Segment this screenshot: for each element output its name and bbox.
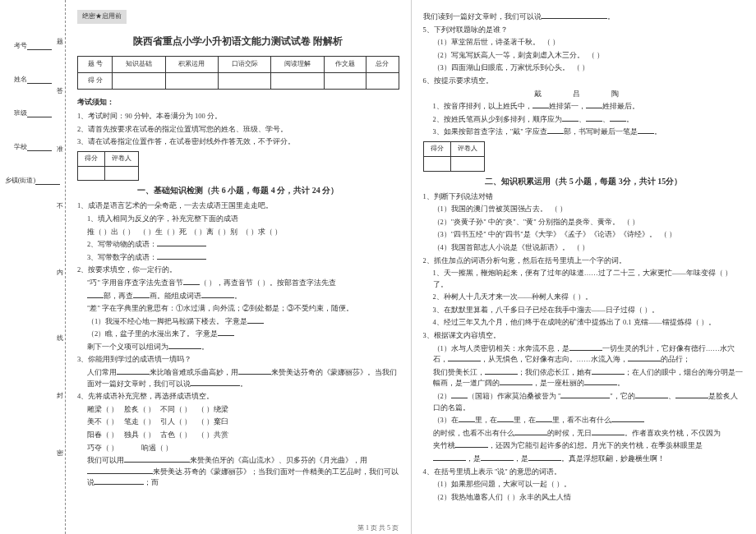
r2-2: 2、种树人十几天才来一次——种树人来得（ ）。 bbox=[423, 292, 745, 303]
section1-score-box: 得分评卷人 bbox=[77, 151, 139, 182]
secrecy-mark: 绝密★启用前 bbox=[77, 10, 127, 24]
q4-row0: 雕梁（ ） 脍炙（ ） 不同（ ） （ ）绕梁 bbox=[77, 404, 399, 416]
r1-1: （1）我国的澳门曾被英国强占去。（ ） bbox=[423, 204, 745, 215]
section1-title: 一、基础知识检测（共 6 小题，每题 4 分，共计 24 分） bbox=[77, 184, 399, 197]
q1-s2: 2、写带动物的成语： bbox=[77, 239, 399, 251]
q4-stem: 4、先将成语补充完整，再选择成语填空。 bbox=[77, 391, 399, 403]
r3-4: （3）在里，在里，在里，看不出有什么 bbox=[423, 415, 745, 426]
r1-2: （2）"炎黄子孙" 中的"炎"、"黄" 分别指的是炎帝、黄帝。（ ） bbox=[423, 217, 745, 228]
exam-title: 陕西省重点小学小升初语文能力测试试卷 附解析 bbox=[77, 34, 399, 49]
margin-field-exam-no: 考号 bbox=[2, 41, 62, 50]
r3-5: 的时候，也看不出有什么的时候，无日。作者喜欢夹竹桃，不仅因为 bbox=[423, 428, 745, 440]
score-h-3: 口语交际 bbox=[218, 56, 270, 72]
q5-stem: 5、下列对联题咏的是谁？ bbox=[423, 25, 745, 36]
q6-stem: 6、按提示要求填空。 bbox=[423, 76, 745, 87]
q4-row2: 阳春（ ） 独具（ ） 古色（ ） （ ）共赏 bbox=[77, 430, 399, 441]
r3-2: 我们赞美长江，；我们依恋长江，她有；在人们的眼中，烟台的海分明是一幅画，是一道广… bbox=[423, 367, 745, 389]
q2-sub1: （1）我漫不经心地一脚把马鞍踢下楼去。 字意是 bbox=[77, 316, 399, 328]
r1-3: （3）"四书五经" 中的"四书"是《大学》《孟子》《论语》《诗经》。（ ） bbox=[423, 229, 745, 241]
q3-stem: 3、你能用到学过的成语填一填吗？ bbox=[77, 354, 399, 366]
page-footer: 第 1 页 共 5 页 bbox=[0, 523, 756, 532]
q1-s1-items: 推（ ）出（ ） （ ）生（ ）死 （ ）离（ ）别 （ ）求（ ） bbox=[77, 227, 399, 238]
r2-3: 3、在默默里算着，八千多日子已经在我手中溜去——日子过得（ ）。 bbox=[423, 305, 745, 316]
notice-3: 3、请在试卷指定位置作答，在试卷密封线外作答无效，不予评分。 bbox=[77, 136, 399, 148]
score-row-label: 得 分 bbox=[78, 72, 113, 89]
notice-heading: 考试须知： bbox=[77, 96, 399, 108]
q2-sub3: 剩下一个义项可以组词为。 bbox=[77, 342, 399, 353]
q6-2: 2、按姓氏笔画从少到多排列，顺序应为、、。 bbox=[423, 114, 745, 126]
score-h-5: 作文题 bbox=[324, 56, 366, 72]
q4-row3: 巧夺（ ） 响遏（ ） bbox=[77, 443, 399, 454]
q5-2: （2）写鬼写妖高人一等，刺贪刺虐入木三分。（ ） bbox=[423, 50, 745, 62]
section2-title: 二、知识积累运用（共 5 小题，每题 3分，共计 15分） bbox=[423, 175, 745, 188]
q3-body: 人们常用来比喻音难或乐曲高妙，用来赞美达芬奇的《蒙娜丽莎》。当我们面对一篇好文章… bbox=[77, 367, 399, 389]
q6-1: 1、按音序排列，以上姓氏中，姓排第一，姓排最后。 bbox=[423, 101, 745, 113]
score-h-6: 总分 bbox=[366, 56, 399, 72]
margin-field-name: 姓名 bbox=[2, 75, 62, 84]
r2-stem: 2、抓住加点的词语分析句意，然后在括号里填上一个字的词。 bbox=[423, 255, 745, 267]
q1-s1: 1、填入相同为反义的字，补充完整下面的成语 bbox=[77, 214, 399, 225]
left-column: 绝密★启用前 陕西省重点小学小升初语文能力测试试卷 附解析 题 号 知识基础 积… bbox=[66, 0, 412, 534]
notice-1: 1、考试时间：90 分钟。本卷满分为 100 分。 bbox=[77, 111, 399, 122]
r3-1: （1）水与人类密切相关：水奔流不息，是一切生灵的乳汁，它好像有德行……水穴石，，… bbox=[423, 343, 745, 366]
right-column: 我们读到一篇好文章时，我们可以说。 5、下列对联题咏的是谁？ （1）草堂留后世，… bbox=[412, 0, 757, 534]
q1-stem: 1、成语是语言艺术的一朵奇葩，一去去成语王国里走走吧。 bbox=[77, 200, 399, 212]
notice-2: 2、请首先按要求在试卷的指定位置填写您的姓名、班级、学号。 bbox=[77, 124, 399, 136]
q6-names: 戴 吕 陶 bbox=[423, 89, 745, 100]
q4-tail: 我们可以用来赞美伯牙的《高山流水》、贝多芬的《月光曲》，用来赞美达.芬奇的《蒙娜… bbox=[77, 455, 399, 489]
score-h-1: 知识基础 bbox=[113, 56, 165, 72]
q5-1: （1）草堂留后世，诗圣著千秋。（ ） bbox=[423, 37, 745, 48]
r4-stem: 4、在括号里填上表示 "说" 的意思的词语。 bbox=[423, 467, 745, 478]
q6-3: 3、如果按部首查字法，"戴" 字应查部，书写时最后一笔是。 bbox=[423, 127, 745, 138]
q2-stem: 2、按要求填空，你一定行的。 bbox=[77, 265, 399, 276]
r4-1: （1）如果那些问题，大家可以一起（ ）。 bbox=[423, 479, 745, 490]
r3-7: ，是，是。真是浮想联翩，妙趣横生啊！ bbox=[423, 453, 745, 465]
q4-row1: 美不（ ） 笔走（ ） 引人（ ） （ ）窠臼 bbox=[77, 417, 399, 428]
margin-field-class: 班级 bbox=[2, 108, 62, 117]
section2-score-box: 得分评卷人 bbox=[423, 141, 485, 172]
cont-top: 我们读到一篇好文章时，我们可以说。 bbox=[423, 12, 745, 23]
binding-margin: 考号 姓名 班级 学校 乡镇(街道) 题 答 准 不 内 线 封 密 bbox=[0, 0, 66, 534]
q1-s3: 3、写带数字的成语： bbox=[77, 252, 399, 264]
r3-3: （2）（国籍）作家莫泊桑被誉为 ""，它的、是脍炙人口的名篇。 bbox=[423, 391, 745, 413]
q5-3: （3）四面湖山归眼底，万家忧乐到心头。（ ） bbox=[423, 62, 745, 74]
margin-field-town: 乡镇(街道) bbox=[2, 176, 62, 185]
score-h-2: 积累运用 bbox=[165, 56, 218, 72]
score-h-4: 阅读理解 bbox=[271, 56, 324, 72]
r3-stem: 3、根据课文内容填空。 bbox=[423, 330, 745, 342]
q2-line3: "差" 字在字典里的意思有：①水过满，向外流；②到处都是；③不受约束，随便。 bbox=[77, 303, 399, 315]
margin-field-school: 学校 bbox=[2, 142, 62, 151]
q2-line1: "巧" 字用音序查字法先查音节（ ），再查音节（ ）。按部首查字法先查 bbox=[77, 278, 399, 289]
q2-line2: 部，再查画。能组成词语。 bbox=[77, 291, 399, 302]
r1-stem: 1、判断下列说法对错 bbox=[423, 191, 745, 203]
r3-6: 夹竹桃，还因为它能引起许多的幻想。月光下的夹竹桃，在季羡林眼里是 bbox=[423, 440, 745, 452]
score-h-0: 题 号 bbox=[78, 56, 113, 72]
score-table: 题 号 知识基础 积累运用 口语交际 阅读理解 作文题 总分 得 分 bbox=[77, 56, 399, 90]
q2-sub2: （2）瞧，盆子里的水漫出来了。 字意是 bbox=[77, 329, 399, 340]
r2-1: 1、天一擦黑，鞭炮响起来，便有了过年的味道……过了二十三，大家更忙——年味变得（… bbox=[423, 268, 745, 290]
r4-2: （2）我热地邀客人们（ ）永丰的风土人情 bbox=[423, 492, 745, 504]
r2-4: 4、经过三年又九个月，他们终于在成吨的矿渣中提炼出了 0.1 克镭——镭提炼得（… bbox=[423, 317, 745, 329]
r1-4: （4）我国首部志人小说是《世说新语》。（ ） bbox=[423, 242, 745, 254]
